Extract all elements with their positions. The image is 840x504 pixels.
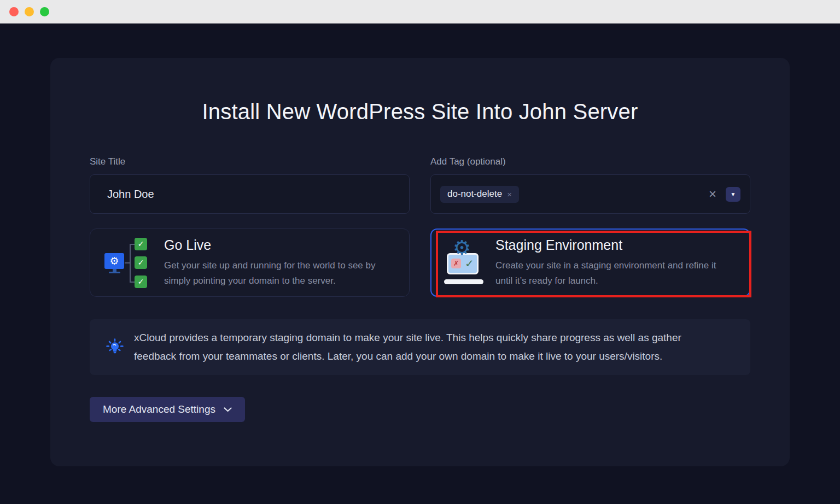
- traffic-light-minimize-button[interactable]: [25, 7, 34, 16]
- add-tag-label: Add Tag (optional): [430, 156, 750, 167]
- window-titlebar: [0, 0, 840, 24]
- check-icon: ✓: [135, 256, 147, 269]
- traffic-light-close-button[interactable]: [9, 7, 19, 16]
- site-title-field-group: Site Title: [90, 156, 410, 214]
- form-row: Site Title Add Tag (optional) do-not-del…: [90, 156, 750, 214]
- traffic-light-maximize-button[interactable]: [40, 7, 49, 16]
- go-live-title: Go Live: [164, 237, 395, 253]
- staging-info-text: xCloud provides a temporary staging doma…: [134, 329, 725, 366]
- gear-icon: ⚙: [453, 236, 471, 260]
- more-advanced-settings-label: More Advanced Settings: [103, 403, 215, 415]
- go-live-description: Get your site up and running for the wor…: [164, 258, 395, 289]
- tag-dropdown-button[interactable]: ▼: [726, 187, 740, 202]
- go-live-text: Go Live Get your site up and running for…: [164, 237, 395, 289]
- environment-options: ⚙ ✓ ✓ ✓ Go Live Get your site up and run…: [90, 228, 750, 297]
- tag-remove-icon[interactable]: ×: [507, 190, 512, 199]
- staging-title: Staging Environment: [495, 237, 735, 253]
- site-title-label: Site Title: [90, 156, 410, 167]
- staging-text: Staging Environment Create your site in …: [495, 237, 735, 289]
- install-site-panel: Install New WordPress Site Into John Ser…: [50, 58, 790, 466]
- caret-down-icon: ▼: [731, 191, 736, 197]
- option-card-staging-environment[interactable]: ⚙ ✗ ✓ Staging Environment Create your si…: [430, 228, 750, 297]
- cross-icon: ✗: [451, 259, 461, 268]
- tag-chip-label: do-not-delete: [447, 189, 502, 200]
- gear-icon: ⚙: [109, 255, 119, 267]
- staging-info-box: xCloud provides a temporary staging doma…: [90, 319, 750, 375]
- check-icon: ✓: [135, 238, 147, 250]
- staging-description: Create your site in a staging environmen…: [495, 258, 735, 289]
- lightbulb-icon: [106, 338, 124, 356]
- monitor-gear-checklist-icon: ⚙ ✓ ✓ ✓: [104, 237, 150, 289]
- laptop-gear-check-cross-icon: ⚙ ✗ ✓: [446, 239, 482, 286]
- add-tag-field-group: Add Tag (optional) do-not-delete × × ▼: [430, 156, 750, 214]
- check-icon: ✓: [135, 276, 147, 288]
- more-advanced-settings-button[interactable]: More Advanced Settings: [90, 397, 245, 422]
- option-card-go-live[interactable]: ⚙ ✓ ✓ ✓ Go Live Get your site up and run…: [90, 228, 410, 297]
- site-title-input[interactable]: [90, 174, 410, 214]
- page-title: Install New WordPress Site Into John Ser…: [90, 58, 750, 125]
- tag-input[interactable]: do-not-delete × × ▼: [430, 174, 750, 214]
- clear-tags-icon[interactable]: ×: [709, 187, 716, 201]
- tag-chip[interactable]: do-not-delete ×: [440, 186, 519, 203]
- chevron-down-icon: [224, 407, 232, 412]
